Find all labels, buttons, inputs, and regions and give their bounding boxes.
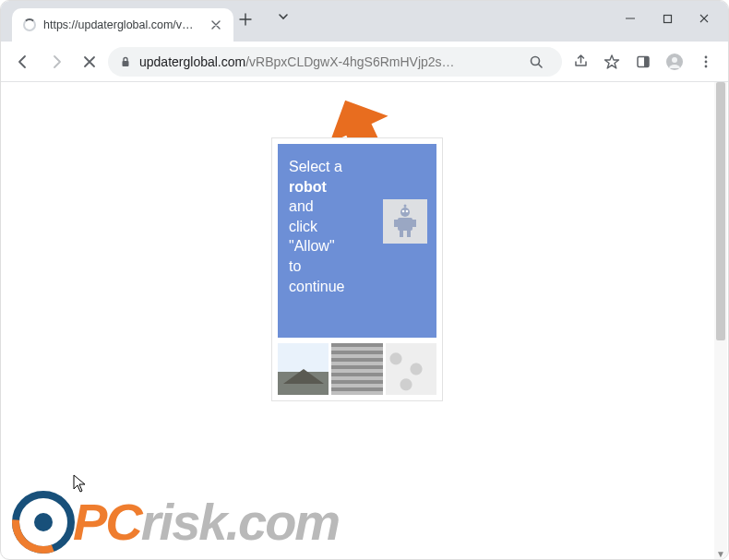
browser-tab[interactable]: https://updaterglobal.com/vRBpx — [12, 8, 233, 42]
svg-rect-17 — [407, 231, 411, 237]
captcha-instruction-panel: Select a robot and click "Allow" to cont… — [278, 144, 436, 338]
loading-spinner-icon — [23, 18, 36, 31]
side-panel-icon[interactable] — [628, 47, 658, 77]
toolbar-right — [566, 47, 721, 77]
tab-title: https://updaterglobal.com/vRBpx — [43, 18, 200, 31]
profile-avatar-icon[interactable] — [660, 47, 689, 77]
svg-rect-14 — [394, 220, 398, 227]
svg-point-22 — [34, 513, 53, 531]
kebab-menu-icon[interactable] — [691, 47, 721, 77]
svg-rect-4 — [644, 56, 649, 66]
browser-toolbar: updaterglobal.com/vRBpxCLDgwX-4hgS6RmHVj… — [1, 42, 728, 82]
back-button[interactable] — [8, 47, 38, 77]
watermark-text: PCrisk.com — [73, 496, 339, 548]
bookmark-star-icon[interactable] — [597, 47, 627, 77]
captcha-image-option[interactable] — [331, 343, 382, 395]
new-tab-button[interactable] — [239, 13, 265, 26]
captcha-image-row — [278, 343, 436, 395]
watermark: PCrisk.com — [10, 489, 339, 555]
captcha-line: to — [289, 256, 425, 277]
captcha-card: Select a robot and click "Allow" to cont… — [271, 137, 443, 401]
svg-rect-16 — [400, 231, 403, 237]
svg-rect-15 — [412, 220, 416, 227]
watermark-logo-icon — [10, 489, 77, 555]
search-in-page-icon[interactable] — [521, 47, 551, 77]
captcha-line: continue — [289, 277, 425, 297]
svg-point-8 — [705, 60, 708, 63]
captcha-line: robot — [289, 177, 425, 197]
url-path: /vRBpxCLDgwX-4hgS6RmHVjp2s… — [245, 54, 454, 69]
svg-point-12 — [406, 210, 409, 213]
svg-rect-0 — [663, 15, 671, 22]
svg-rect-13 — [398, 218, 412, 231]
browser-titlebar: https://updaterglobal.com/vRBpx — [1, 1, 728, 42]
watermark-prefix: PC — [73, 493, 141, 551]
captcha-line: Select a — [289, 157, 425, 177]
svg-point-10 — [400, 208, 410, 217]
maximize-button[interactable] — [649, 5, 686, 32]
address-bar[interactable]: updaterglobal.com/vRBpxCLDgwX-4hgS6RmHVj… — [108, 47, 562, 77]
close-window-button[interactable] — [686, 5, 723, 32]
url-host: updaterglobal.com — [139, 54, 245, 69]
svg-point-7 — [705, 55, 708, 58]
svg-point-6 — [672, 57, 677, 63]
lock-icon — [119, 55, 132, 68]
forward-button[interactable] — [42, 47, 71, 77]
watermark-rest: risk.com — [141, 493, 339, 551]
svg-rect-1 — [123, 61, 129, 66]
minimize-button[interactable] — [612, 5, 649, 32]
robot-sample-icon — [383, 199, 427, 244]
captcha-image-option[interactable] — [278, 343, 329, 395]
page-content: ▲ ▼ Select a robot and click "Allow" to … — [1, 82, 728, 560]
vertical-scrollbar[interactable]: ▲ ▼ — [714, 82, 727, 560]
captcha-image-option[interactable] — [386, 343, 436, 395]
stop-reload-button[interactable] — [75, 47, 104, 77]
share-icon[interactable] — [566, 47, 595, 77]
url-text: updaterglobal.com/vRBpxCLDgwX-4hgS6RmHVj… — [139, 54, 514, 69]
tab-search-button[interactable] — [265, 1, 302, 29]
close-tab-button[interactable] — [208, 18, 224, 31]
scrollbar-thumb[interactable] — [716, 82, 725, 340]
window-controls — [612, 1, 728, 32]
svg-point-11 — [402, 210, 405, 213]
scroll-down-arrow-icon[interactable]: ▼ — [714, 546, 727, 560]
svg-point-9 — [705, 65, 708, 67]
